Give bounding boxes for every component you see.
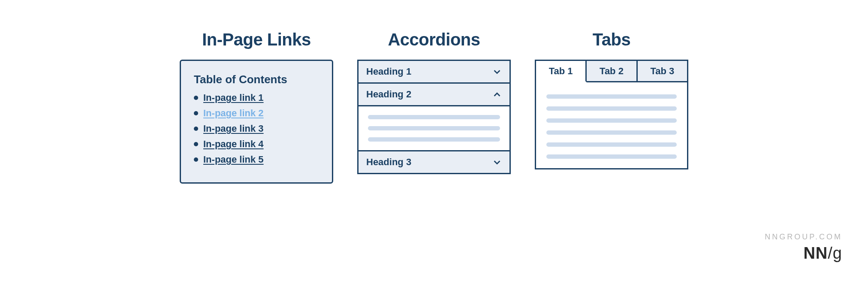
bullet-icon [194,157,198,162]
logo-slash: / [828,244,833,262]
inpage-link-4[interactable]: In-page link 4 [203,139,264,150]
tab-strip: Tab 1 Tab 2 Tab 3 [536,61,687,82]
bullet-icon [194,96,198,100]
inpage-title: In-Page Links [202,30,311,49]
logo-nn: NN [803,244,828,262]
accordions-title: Accordions [388,30,480,49]
placeholder-line [546,130,677,135]
inpage-link-5[interactable]: In-page link 5 [203,154,264,165]
bullet-icon [194,127,198,131]
tabs-box: Tab 1 Tab 2 Tab 3 [535,60,688,169]
placeholder-line [546,118,677,123]
diagram-container: In-Page Links Table of Contents In-page … [0,0,868,184]
tabs-title: Tabs [593,30,630,49]
toc-item: In-page link 1 [194,92,319,103]
tabs-section: Tabs Tab 1 Tab 2 Tab 3 [535,30,688,184]
chevron-up-icon [492,90,502,99]
toc-item: In-page link 5 [194,154,319,165]
attribution-logo: NN/g [765,244,842,263]
toc-heading: Table of Contents [194,73,319,86]
tab-content [536,82,687,168]
accordion-label: Heading 1 [366,66,411,77]
attribution: NNGROUP.COM NN/g [765,233,842,263]
accordions-section: Accordions Heading 1 Heading 2 Headin [357,30,511,184]
inpage-link-3[interactable]: In-page link 3 [203,123,264,134]
accordion-content [359,106,509,151]
placeholder-line [546,106,677,111]
accordion-item-3[interactable]: Heading 3 [359,151,509,173]
placeholder-line [546,94,677,99]
tab-3[interactable]: Tab 3 [638,61,687,82]
tab-1[interactable]: Tab 1 [536,61,587,82]
bullet-icon [194,111,198,115]
placeholder-line [368,115,500,119]
placeholder-line [368,126,500,130]
placeholder-line [546,142,677,147]
accordion-label: Heading 2 [366,89,411,100]
inpage-link-1[interactable]: In-page link 1 [203,92,264,103]
accordion-item-2[interactable]: Heading 2 [359,84,509,106]
chevron-down-icon [492,67,502,76]
accordion-label: Heading 3 [366,157,411,168]
toc-box: Table of Contents In-page link 1 In-page… [180,60,333,184]
logo-g: g [833,244,842,262]
chevron-down-icon [492,157,502,167]
toc-list: In-page link 1 In-page link 2 In-page li… [194,92,319,165]
placeholder-line [368,137,500,142]
inpage-links-section: In-Page Links Table of Contents In-page … [180,30,333,184]
attribution-url: NNGROUP.COM [765,233,842,242]
accordion-box: Heading 1 Heading 2 Heading 3 [357,60,511,174]
bullet-icon [194,142,198,146]
accordion-item-1[interactable]: Heading 1 [359,61,509,84]
tab-2[interactable]: Tab 2 [587,61,637,82]
toc-item: In-page link 2 [194,108,319,119]
toc-item: In-page link 3 [194,123,319,134]
toc-item: In-page link 4 [194,139,319,150]
inpage-link-2[interactable]: In-page link 2 [203,108,264,119]
placeholder-line [546,154,677,159]
